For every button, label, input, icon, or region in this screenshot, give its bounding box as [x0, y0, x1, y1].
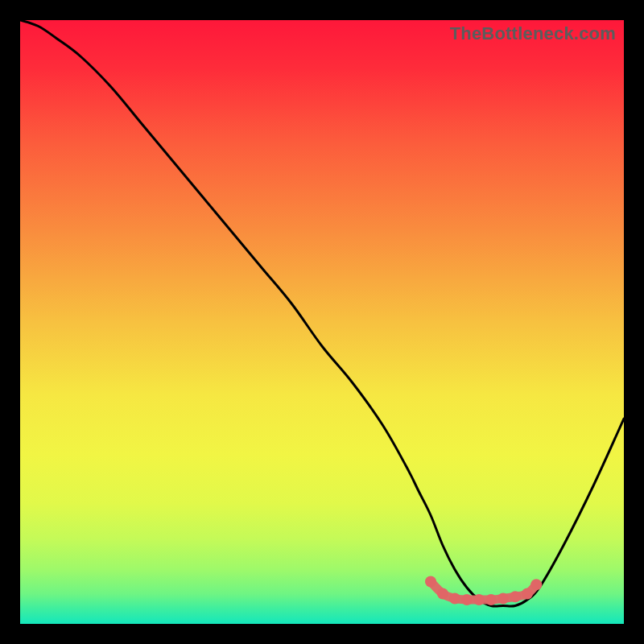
gradient-background [20, 20, 624, 624]
svg-point-9 [530, 579, 542, 590]
chart-frame: TheBottleneck.com [20, 20, 624, 624]
chart-canvas [20, 20, 624, 624]
svg-point-2 [449, 593, 460, 605]
svg-point-0 [425, 576, 436, 588]
watermark-text: TheBottleneck.com [450, 23, 616, 44]
svg-point-6 [497, 593, 509, 605]
svg-point-8 [522, 588, 533, 600]
svg-point-3 [461, 594, 473, 605]
svg-point-4 [473, 594, 485, 605]
svg-point-1 [437, 588, 448, 600]
svg-point-5 [485, 594, 497, 605]
svg-point-7 [510, 591, 521, 602]
